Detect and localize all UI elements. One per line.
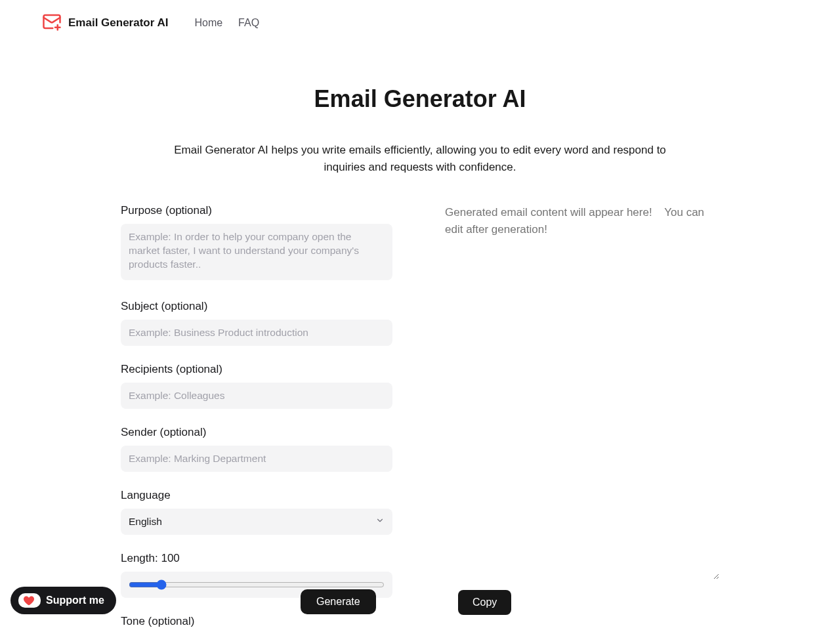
- form-column: Purpose (optional) Subject (optional) Re…: [121, 204, 392, 630]
- language-selected: English: [129, 516, 162, 528]
- generate-button[interactable]: Generate: [301, 589, 376, 614]
- page-title: Email Generator AI: [13, 85, 827, 113]
- purpose-label: Purpose (optional): [121, 204, 392, 217]
- sender-label: Sender (optional): [121, 426, 392, 439]
- recipients-input[interactable]: [121, 383, 392, 409]
- main: Purpose (optional) Subject (optional) Re…: [121, 204, 719, 630]
- tone-label: Tone (optional): [121, 615, 392, 628]
- support-me-widget[interactable]: Support me: [10, 587, 116, 614]
- header: Email Generator AI Home FAQ: [0, 0, 840, 46]
- page-subtitle: Email Generator AI helps you write email…: [171, 142, 669, 175]
- length-label: Length: 100: [121, 552, 392, 565]
- language-group: Language English: [121, 489, 392, 535]
- hero: Email Generator AI Email Generator AI he…: [0, 85, 840, 175]
- language-label: Language: [121, 489, 392, 502]
- length-slider[interactable]: [129, 579, 385, 590]
- chevron-down-icon: [375, 516, 385, 528]
- output-column: Copy: [445, 204, 719, 630]
- sender-group: Sender (optional): [121, 426, 392, 472]
- purpose-input[interactable]: [121, 224, 392, 280]
- output-textarea[interactable]: [445, 204, 719, 579]
- subject-group: Subject (optional): [121, 300, 392, 346]
- recipients-group: Recipients (optional): [121, 363, 392, 409]
- purpose-group: Purpose (optional): [121, 204, 392, 283]
- copy-button[interactable]: Copy: [458, 590, 511, 615]
- subject-input[interactable]: [121, 320, 392, 346]
- brand-name: Email Generator AI: [68, 16, 168, 30]
- nav-faq[interactable]: FAQ: [238, 17, 259, 29]
- sender-input[interactable]: [121, 446, 392, 472]
- nav: Home FAQ: [194, 17, 259, 29]
- brand[interactable]: Email Generator AI: [42, 12, 168, 34]
- tone-group: Tone (optional): [121, 615, 392, 628]
- heart-icon: [18, 593, 41, 608]
- nav-home[interactable]: Home: [194, 17, 222, 29]
- mail-plus-icon: [42, 12, 62, 34]
- recipients-label: Recipients (optional): [121, 363, 392, 376]
- support-me-label: Support me: [46, 595, 104, 606]
- subject-label: Subject (optional): [121, 300, 392, 313]
- language-select[interactable]: English: [121, 509, 392, 535]
